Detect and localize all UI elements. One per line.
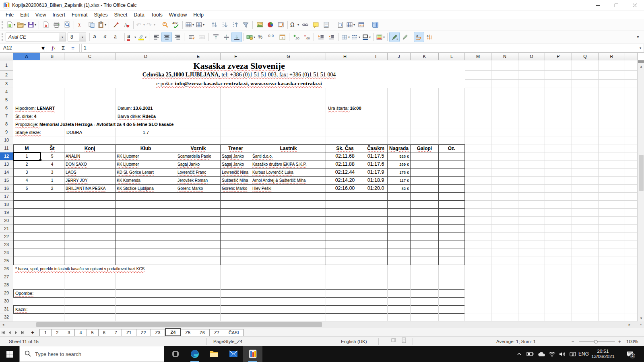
edge-browser-button[interactable] [185,346,204,362]
menu-file[interactable]: File [2,12,17,18]
vertical-scrollbar[interactable]: ▲ ▼ [638,60,644,321]
menu-sheet[interactable]: Sheet [111,12,131,18]
table-cell[interactable] [116,201,176,209]
table-cell[interactable] [176,241,221,249]
table-cell[interactable]: 176 € [388,169,411,177]
table-cell[interactable] [364,233,388,241]
table-header-cell[interactable]: Lastnik [251,144,326,152]
highlighting-pen-off-button[interactable] [400,32,410,42]
column-header-M[interactable]: M [465,53,491,60]
cell-footnote[interactable]: * barva, spol, poreklo in lastnik kasača… [14,265,145,273]
toolbar-grip[interactable] [2,33,4,41]
table-cell[interactable] [116,193,176,201]
maximize-button[interactable] [607,0,625,10]
font-name-combo[interactable]: Arial CE ▾ [6,33,66,41]
sheet-tab-5[interactable]: 5 [87,329,99,336]
highlight-color-button[interactable]: ▾ [137,32,147,42]
table-cell[interactable] [176,209,221,217]
table-cell[interactable]: Scamardella Paolo [176,152,221,160]
table-cell[interactable] [13,225,40,233]
merge-cells-button[interactable] [197,32,206,42]
table-cell[interactable]: Gorenc Marko [176,185,221,193]
sheet-tab-Z4[interactable]: Z4 [165,328,181,336]
row-header-22[interactable]: 22 [0,233,13,241]
table-header-cell[interactable]: Sk. Čas [326,144,364,152]
menu-styles[interactable]: Styles [91,12,111,18]
notification-center-icon[interactable]: 2 [623,346,637,362]
conditional-formatting-button[interactable]: ▾ [376,32,385,42]
insert-comment-button[interactable] [311,20,320,30]
kazni-box[interactable] [13,305,465,314]
table-cell[interactable] [13,201,40,209]
table-cell[interactable]: 01:18.9 [364,177,388,185]
toolbar-grip[interactable] [2,21,4,29]
freeze-panes-button[interactable]: ▾ [346,20,355,30]
chevron-down-icon[interactable]: ▾ [41,44,45,52]
cell-st-dirke[interactable]: Št. dirke: 4 [14,112,37,120]
table-cell[interactable]: ANALIN [64,152,116,160]
table-cell[interactable] [64,193,116,201]
special-character-button[interactable]: Ω▾ [290,20,299,30]
table-cell[interactable] [326,257,364,265]
table-cell[interactable] [439,209,465,217]
table-cell[interactable]: 526 € [388,152,411,160]
align-left-button[interactable] [151,32,161,42]
column-header-L[interactable]: L [439,53,465,60]
table-header-cell[interactable]: Galopi [411,144,439,152]
table-cell[interactable]: KK Ljutomer [116,160,176,169]
row-header-31[interactable]: 31 [0,305,13,313]
row-header-26[interactable]: 26 [0,265,13,273]
table-cell[interactable] [411,177,439,185]
table-cell[interactable] [411,185,439,193]
table-cell[interactable] [326,201,364,209]
align-top-button[interactable] [211,32,221,42]
cell-datum[interactable]: Datum: 13.6.2021 [117,104,153,112]
table-cell[interactable] [411,160,439,169]
row-header-7[interactable]: 7 [0,112,13,120]
table-cell[interactable]: 02:14.20 [326,177,364,185]
sheet-tab-Z5[interactable]: Z5 [181,329,195,336]
table-cell[interactable] [221,201,251,209]
pivot-table-button[interactable] [276,20,285,30]
table-cell[interactable]: Gorenc Marko [221,185,251,193]
table-cell[interactable]: 1 [40,177,64,185]
chevron-down-icon[interactable]: ▾ [14,23,15,27]
row-header-6[interactable]: 6 [0,104,13,112]
text-direction-ttb-button[interactable]: a [425,32,434,42]
borders-button[interactable]: ▾ [341,32,350,42]
table-cell[interactable] [176,233,221,241]
insert-columns-button[interactable]: ▾ [195,20,205,30]
table-cell[interactable]: Sagaj Janko [221,160,251,169]
row-header-13[interactable]: 13 [0,160,13,169]
table-cell[interactable] [40,257,64,265]
delete-decimal-button[interactable]: .00 [302,32,312,42]
expand-formula-bar-icon[interactable]: ▾ [637,44,644,52]
chevron-down-icon[interactable]: ▾ [35,23,36,27]
table-cell[interactable] [364,209,388,217]
row-header-4[interactable]: 4 [0,88,13,96]
last-sheet-icon[interactable] [19,329,26,336]
table-cell[interactable]: 02:12.44 [326,169,364,177]
table-cell[interactable] [411,169,439,177]
table-cell[interactable] [176,225,221,233]
table-cell[interactable] [221,225,251,233]
table-cell[interactable] [221,257,251,265]
table-cell[interactable] [411,241,439,249]
table-header-cell[interactable]: Čas/km [364,144,388,152]
table-cell[interactable] [439,160,465,169]
row-header-9[interactable]: 9 [0,128,13,136]
table-cell[interactable]: Lovrenčič Franc [176,169,221,177]
border-color-button[interactable]: ▾ [361,32,371,42]
align-bottom-button[interactable] [232,32,242,42]
font-size-combo[interactable]: 8 ▾ [68,33,86,41]
chevron-down-icon[interactable]: ▾ [359,35,360,39]
table-cell[interactable]: LAOS [64,169,116,177]
table-cell[interactable] [326,217,364,225]
start-button[interactable] [0,346,19,362]
table-header-cell[interactable]: Oz. [439,144,465,152]
table-cell[interactable] [176,201,221,209]
file-explorer-button[interactable] [204,346,224,362]
row-header-11[interactable]: 11 [0,144,13,152]
table-cell[interactable] [13,217,40,225]
table-cell[interactable]: DON SAXO [64,160,116,169]
